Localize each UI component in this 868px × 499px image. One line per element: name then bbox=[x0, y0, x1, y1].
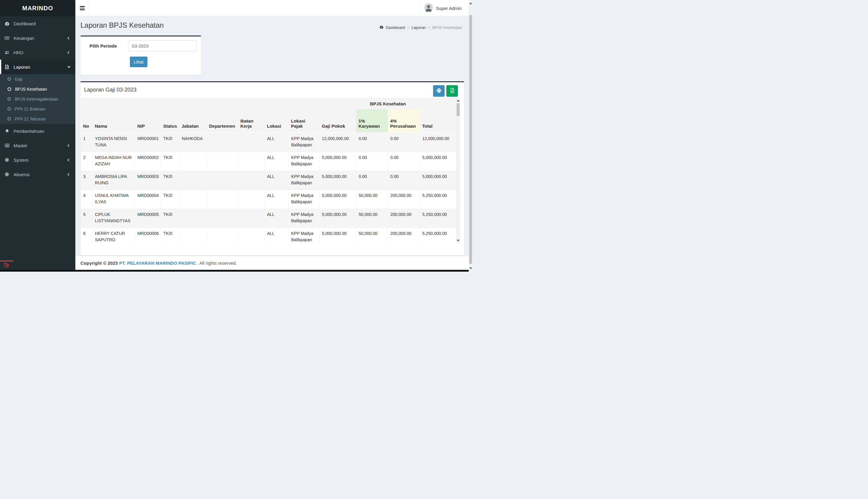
page-scrollbar-thumb[interactable] bbox=[469, 15, 472, 264]
table-cell: 200,000.00 bbox=[388, 228, 420, 244]
table-cell: ALL bbox=[265, 190, 289, 209]
report-table-body: 1YOSINTA NENSI TUNAMRD00001TK/0NAHKODAAL… bbox=[81, 133, 456, 243]
scroll-down-icon[interactable] bbox=[456, 240, 460, 242]
table-cell bbox=[207, 152, 238, 171]
sidebar: MARINDO Dashboard Keuangan HRD Laporan G… bbox=[0, 0, 75, 272]
sidebar-item-pemberitahuan[interactable]: Pemberitahuan bbox=[0, 124, 75, 138]
submenu-item-bpjs-ketenagakerjaan[interactable]: BPJS Ketenagakerjaan bbox=[0, 94, 75, 104]
export-excel-button[interactable] bbox=[447, 85, 458, 97]
report-title: Laporan Gaji 03-2023 bbox=[84, 87, 136, 93]
table-cell: 50,000.00 bbox=[356, 209, 388, 228]
page-scrollbar[interactable] bbox=[469, 0, 473, 272]
breadcrumb-separator: > bbox=[428, 25, 430, 30]
table-cell: 12,000,000.00 bbox=[420, 133, 456, 152]
sidebar-item-label: System bbox=[14, 158, 28, 162]
file-icon bbox=[4, 64, 10, 69]
gear-icon bbox=[4, 158, 10, 162]
periode-input[interactable] bbox=[128, 40, 197, 51]
sidebar-toggle-button[interactable] bbox=[75, 0, 89, 16]
debugbar-strip bbox=[0, 270, 469, 272]
circle-icon bbox=[8, 87, 11, 91]
breadcrumb-separator: > bbox=[407, 25, 409, 30]
gear-icon bbox=[4, 172, 10, 177]
user-menu[interactable]: Super Admin bbox=[419, 0, 473, 16]
table-scrollbar-thumb[interactable] bbox=[456, 103, 460, 116]
scroll-down-icon[interactable] bbox=[469, 267, 472, 269]
table-cell: 5,250,000.00 bbox=[420, 228, 456, 244]
column-header-total: Total bbox=[420, 109, 456, 133]
chevron-down-icon bbox=[68, 65, 71, 68]
chevron-left-icon bbox=[68, 158, 71, 161]
company-link[interactable]: PT. PELAYARAN MARINDO PASIFIC bbox=[119, 260, 196, 266]
column-header-nip: NIP bbox=[135, 109, 161, 133]
table-cell: YOSINTA NENSI TUNA bbox=[93, 133, 135, 152]
chevron-left-icon bbox=[68, 144, 71, 147]
brand-logo[interactable]: MARINDO bbox=[0, 0, 75, 16]
table-group-header-row: BPJS Kesehatan bbox=[81, 98, 456, 109]
breadcrumb-item-laporan[interactable]: Laporan bbox=[412, 25, 426, 30]
rights-text: . All rights reserved. bbox=[197, 260, 237, 266]
table-header-row: No Nama NIP Status Jabatan Departemen Ik… bbox=[81, 109, 456, 133]
table-cell bbox=[238, 190, 265, 209]
table-cell: 5,250,000.00 bbox=[420, 190, 456, 209]
table-cell: 5,000,000.00 bbox=[320, 171, 356, 190]
table-cell: TK/0 bbox=[161, 190, 179, 209]
table-cell: 6 bbox=[81, 228, 93, 244]
sidebar-item-hrd[interactable]: HRD bbox=[0, 45, 75, 60]
table-cell: 1 bbox=[81, 133, 93, 152]
submenu-item-gaji[interactable]: Gaji bbox=[0, 74, 75, 84]
breadcrumb-item-dashboard[interactable]: Dashboard bbox=[386, 25, 405, 30]
submenu-item-pph21-bulanan[interactable]: PPh 21 Bulanan bbox=[0, 104, 75, 114]
table-cell: 0.00 bbox=[388, 133, 420, 152]
table-cell: 50,000.00 bbox=[356, 190, 388, 209]
table-cell: 200,000.00 bbox=[388, 209, 420, 228]
print-button[interactable] bbox=[433, 85, 444, 97]
sidebar-item-system[interactable]: System bbox=[0, 153, 75, 167]
sidebar-item-keuangan[interactable]: Keuangan bbox=[0, 31, 75, 45]
submenu-item-bpjs-kesehatan[interactable]: BPJS Kesehatan bbox=[0, 84, 75, 94]
sidebar-item-absensi[interactable]: Absensi bbox=[0, 167, 75, 182]
table-cell: MRD00005 bbox=[135, 209, 161, 228]
table-cell bbox=[207, 228, 238, 244]
table-row: 2MEGA INDAH NUR AZIZAHMRD00002TK/0ALLKPP… bbox=[81, 152, 456, 171]
sidebar-item-laporan[interactable]: Laporan bbox=[0, 60, 75, 74]
table-cell: 4 bbox=[81, 190, 93, 209]
column-header-nama: Nama bbox=[93, 109, 135, 133]
table-cell: 0.00 bbox=[356, 171, 388, 190]
table-cell: ALL bbox=[265, 152, 289, 171]
file-excel-icon bbox=[450, 88, 455, 94]
gauge-icon bbox=[379, 25, 384, 30]
column-header-status: Status bbox=[161, 109, 179, 133]
gauge-icon bbox=[4, 21, 10, 26]
table-cell: 12,000,000.00 bbox=[320, 133, 356, 152]
sidebar-item-master[interactable]: Master bbox=[0, 138, 75, 153]
report-table: BPJS Kesehatan No Nama NIP Status Jabata… bbox=[81, 98, 456, 243]
column-header-no: No bbox=[81, 109, 93, 133]
scroll-up-icon[interactable] bbox=[456, 100, 460, 101]
column-header-lokasi: Lokasi bbox=[265, 109, 289, 133]
table-cell: 5,000,000.00 bbox=[420, 152, 456, 171]
circle-icon bbox=[8, 107, 11, 110]
table-row: 1YOSINTA NENSI TUNAMRD00001TK/0NAHKODAAL… bbox=[81, 133, 456, 152]
table-cell bbox=[238, 133, 265, 152]
report-card-header: Laporan Gaji 03-2023 bbox=[81, 82, 464, 98]
table-cell bbox=[207, 209, 238, 228]
lihat-button[interactable]: Lihat bbox=[130, 57, 147, 67]
table-cell bbox=[207, 133, 238, 152]
top-navbar: Super Admin bbox=[75, 0, 473, 16]
table-scroll-area: BPJS Kesehatan No Nama NIP Status Jabata… bbox=[81, 98, 464, 243]
table-row: 6HERRY CATUR SAPUTROMRD00006TK/0ALLKPP M… bbox=[81, 228, 456, 244]
breadcrumb: Dashboard > Laporan > BPJS Kesehatan bbox=[379, 25, 462, 30]
group-header-bpjs-kesehatan: BPJS Kesehatan bbox=[356, 98, 420, 109]
laravel-debugbar-badge[interactable] bbox=[0, 260, 13, 270]
sidebar-item-dashboard[interactable]: Dashboard bbox=[0, 16, 75, 31]
table-cell bbox=[238, 209, 265, 228]
scroll-up-icon[interactable] bbox=[469, 2, 472, 4]
submenu-item-pph21-tahunan[interactable]: PPh 21 Tahunan bbox=[0, 114, 75, 124]
bell-icon bbox=[4, 129, 10, 133]
table-cell: 5,000,000.00 bbox=[420, 171, 456, 190]
column-header-lokasi-pajak: Lokasi Pajak bbox=[289, 109, 320, 133]
table-row: 3AMBROSIA LIPA RUINGMRD00003TK/0ALLKPP M… bbox=[81, 171, 456, 190]
table-scrollbar[interactable] bbox=[456, 98, 460, 243]
table-cell: MRD00004 bbox=[135, 190, 161, 209]
